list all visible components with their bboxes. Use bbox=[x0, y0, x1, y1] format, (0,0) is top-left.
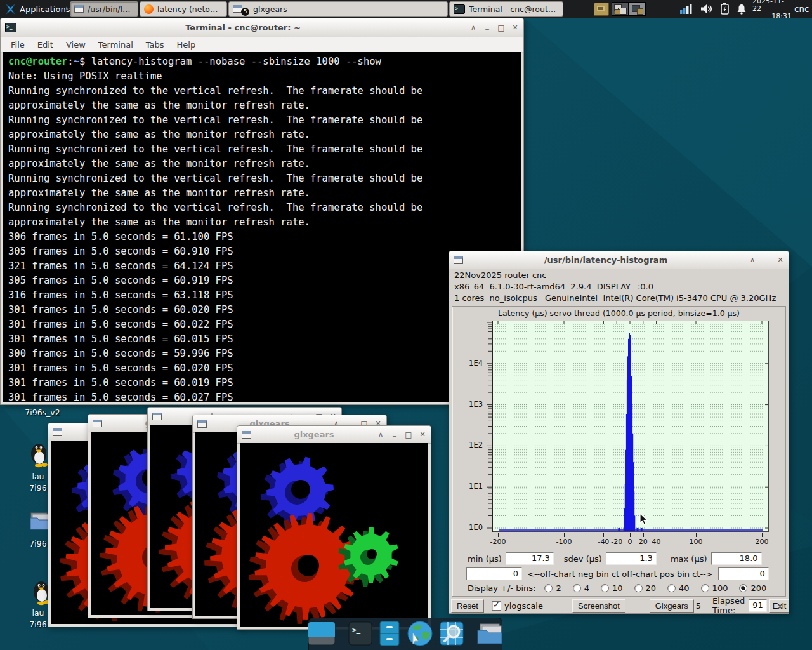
close-button[interactable] bbox=[776, 256, 784, 264]
elapsed-field: 91 bbox=[749, 599, 767, 612]
menu-view[interactable]: View bbox=[60, 40, 92, 50]
chart-frame: Latency (µs) servo thread (1000.0 µs per… bbox=[452, 306, 786, 597]
taskbar-button-1[interactable]: /usr/bin/latency-histogr... bbox=[70, 1, 138, 17]
bins-option-label: 100 bbox=[712, 583, 728, 593]
screenshot-button[interactable]: Screenshot bbox=[572, 599, 625, 613]
x-tick-label: -200 bbox=[484, 538, 512, 546]
offchart-label: <--off-chart neg bin ct off-chart pos bi… bbox=[527, 569, 713, 579]
histogram-titlebar[interactable]: /usr/bin/latency-histogram bbox=[449, 251, 789, 269]
latency-histogram-window: /usr/bin/latency-histogram 22Nov2025 rou… bbox=[449, 251, 789, 614]
volume-icon[interactable] bbox=[700, 4, 713, 14]
menu-terminal[interactable]: Terminal bbox=[92, 40, 140, 50]
desktop-preview-icon[interactable] bbox=[308, 621, 336, 648]
bins-radio-20[interactable] bbox=[634, 584, 643, 592]
menu-file[interactable]: File bbox=[4, 40, 31, 50]
terminal-window: Terminal - cnc@router: ~ FileEditViewTer… bbox=[0, 18, 524, 405]
window-icon bbox=[197, 420, 207, 428]
x-axis: -200-100-40-2002040100200 bbox=[492, 533, 769, 550]
shade-button[interactable] bbox=[749, 256, 756, 264]
xfce-logo-icon bbox=[5, 4, 16, 15]
web-browser-icon[interactable] bbox=[407, 620, 433, 649]
terminal-title: Terminal - cnc@router: ~ bbox=[20, 23, 466, 32]
clock-time: 18:31 bbox=[771, 13, 792, 20]
battery-icon[interactable] bbox=[721, 3, 729, 15]
menu-tabs[interactable]: Tabs bbox=[140, 40, 171, 50]
stats-row-2: 0 <--off-chart neg bin ct off-chart pos … bbox=[452, 567, 785, 581]
bins-option-label: 200 bbox=[750, 583, 766, 593]
sdev-label: sdev (µs) bbox=[564, 554, 602, 564]
terminal-icon bbox=[454, 4, 465, 14]
y-axis-ticks bbox=[485, 321, 492, 532]
menu-edit[interactable]: Edit bbox=[31, 40, 60, 50]
window-icon bbox=[74, 5, 84, 13]
taskbar-button-3[interactable]: 5glxgears bbox=[228, 1, 448, 17]
x-tick bbox=[696, 533, 697, 537]
terminal-output[interactable]: cnc@router:~$ latency-histogram --nobase… bbox=[3, 52, 521, 402]
terminal-icon[interactable]: >_ bbox=[348, 621, 372, 648]
bins-option-label: 4 bbox=[584, 583, 589, 593]
firefox-icon bbox=[144, 4, 154, 14]
glxgears-window-5: glxgears bbox=[237, 425, 431, 630]
minimize-button[interactable] bbox=[763, 256, 770, 264]
offchart-pos-field: 0 bbox=[718, 567, 769, 580]
menu-help[interactable]: Help bbox=[171, 40, 202, 50]
workspace-1[interactable] bbox=[612, 2, 629, 16]
y-tick-label: 1E2 bbox=[461, 441, 483, 449]
close-button[interactable] bbox=[419, 430, 426, 439]
window-icon bbox=[242, 431, 251, 439]
x-tick bbox=[603, 533, 604, 537]
bins-radio-2[interactable] bbox=[544, 584, 553, 592]
bins-radio-40[interactable] bbox=[667, 584, 676, 592]
workspace-2[interactable] bbox=[629, 2, 646, 16]
folder-icon[interactable] bbox=[29, 512, 49, 532]
bins-radio-200[interactable] bbox=[739, 584, 747, 592]
minimize-button[interactable] bbox=[483, 23, 491, 32]
min-button[interactable] bbox=[391, 430, 398, 439]
shade-button[interactable] bbox=[469, 23, 477, 32]
terminal-titlebar[interactable]: Terminal - cnc@router: ~ bbox=[1, 18, 523, 37]
y-tick-label: 1E1 bbox=[461, 482, 483, 491]
bins-radio-10[interactable] bbox=[601, 584, 609, 592]
taskbar-button-label: Terminal - cnc@router: ~ bbox=[469, 4, 559, 14]
x-tick bbox=[617, 533, 617, 537]
workspace-pager[interactable] bbox=[612, 0, 646, 18]
x-tick-label: 40 bbox=[643, 538, 671, 546]
window-icon bbox=[152, 413, 162, 420]
maximize-button[interactable] bbox=[497, 23, 505, 32]
window-icon bbox=[93, 420, 102, 427]
screenshot-tool-icon[interactable] bbox=[594, 0, 609, 18]
app-finder-icon[interactable] bbox=[440, 621, 464, 648]
max-button[interactable] bbox=[405, 430, 412, 439]
taskbar-button-4[interactable]: Terminal - cnc@router: ~ bbox=[449, 1, 563, 17]
x-tick bbox=[762, 533, 763, 537]
x-tick-label: 100 bbox=[682, 538, 710, 546]
exit-button[interactable]: Exit bbox=[769, 599, 790, 613]
ylogscale-checkbox[interactable] bbox=[492, 601, 501, 611]
clock-date: 2025-11-22 bbox=[752, 0, 792, 13]
top-panel: Applications ⋮⋮ /usr/bin/latency-histogr… bbox=[0, 0, 812, 18]
shade-button[interactable] bbox=[377, 430, 384, 439]
max-label: max (µs) bbox=[671, 554, 707, 564]
tux-icon[interactable] bbox=[29, 441, 49, 469]
glxgears-button[interactable]: Glxgears bbox=[650, 599, 694, 613]
stats-row-1: min (µs) -17.3 sdev (µs) 1.3 max (µs) 18… bbox=[452, 552, 785, 566]
sdev-field: 1.3 bbox=[606, 552, 657, 565]
taskbar-button-label: /usr/bin/latency-histogr... bbox=[88, 4, 134, 14]
min-field: -17.3 bbox=[506, 552, 554, 565]
close-button[interactable] bbox=[511, 23, 519, 32]
max-field: 18.0 bbox=[711, 552, 762, 565]
clock[interactable]: 2025-11-22 18:31 bbox=[752, 0, 792, 18]
bins-radio-4[interactable] bbox=[573, 584, 581, 592]
bins-radio-100[interactable] bbox=[701, 584, 709, 592]
taskbar-button-2[interactable]: latency (netowork?) 70... bbox=[140, 1, 227, 17]
glxgears-titlebar[interactable]: glxgears bbox=[237, 426, 431, 444]
file-cabinet-icon[interactable] bbox=[379, 621, 400, 649]
glxgears-title: glxgears bbox=[255, 430, 373, 439]
desktop-icon-label[interactable]: 7i96s_v2 bbox=[4, 407, 81, 418]
reset-button[interactable]: Reset bbox=[451, 599, 484, 613]
network-signal-icon[interactable] bbox=[680, 4, 693, 14]
latency-chart[interactable] bbox=[492, 321, 769, 532]
folder-icon[interactable] bbox=[476, 623, 503, 647]
notifications-bell-icon[interactable] bbox=[737, 4, 747, 15]
x-tick bbox=[564, 533, 565, 537]
